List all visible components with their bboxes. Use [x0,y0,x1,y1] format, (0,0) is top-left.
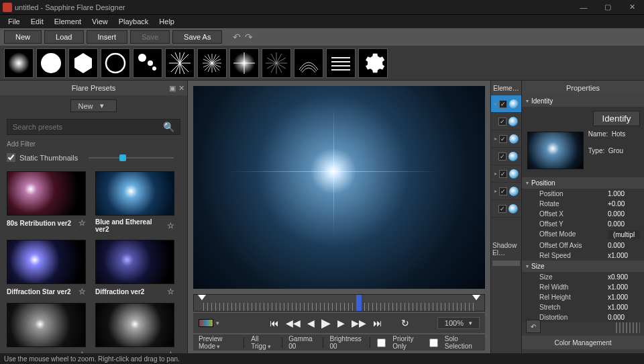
menu-element[interactable]: Element [49,16,87,27]
position-section-header[interactable]: ▾Position [522,177,644,189]
identify-button[interactable]: Identify [593,111,640,126]
property-value[interactable]: x1.000 [608,293,640,301]
property-value[interactable]: (multipl [608,230,640,239]
brightness-field[interactable]: Brightness 00 [330,335,364,350]
element-checkbox[interactable]: ✓ [499,135,507,143]
identity-section-header[interactable]: ▾Identity [522,95,644,107]
elem-starburst[interactable] [165,48,195,78]
menu-help[interactable]: Help [154,16,180,27]
property-row[interactable]: Offset Y0.000 [522,219,644,229]
elem-radial-soft[interactable] [4,48,34,78]
property-value[interactable]: 0.000 [608,210,640,218]
play-icon[interactable]: ▶ [321,316,331,330]
expand-icon[interactable]: ▸ [494,188,497,194]
static-thumbnails-checkbox[interactable] [7,153,15,162]
preset-item[interactable]: ☆ [7,303,86,353]
save-button[interactable]: Save [130,30,170,44]
element-row[interactable]: ▸✓ [491,165,521,183]
add-filter-label[interactable]: Add Filter [0,138,187,150]
property-value[interactable]: x1.000 [608,283,640,291]
step-back-icon[interactable]: ◀◀ [286,318,301,328]
preview-viewer[interactable] [193,86,485,289]
redo-icon[interactable]: ↷ [245,32,253,42]
menu-file[interactable]: File [3,16,25,27]
timeline-out-marker[interactable] [472,295,480,300]
color-management-bar[interactable]: Color Management [522,336,644,349]
panel-resize-grip[interactable] [616,322,640,333]
star-icon[interactable]: ☆ [78,350,86,353]
elem-ring[interactable] [101,48,130,78]
detach-icon[interactable]: ▣ [169,84,176,93]
elem-streak-horiz[interactable] [326,48,356,78]
elem-radial-hard[interactable] [36,48,66,78]
elem-sparkle[interactable] [197,48,227,78]
prev-frame-icon[interactable]: ◀ [307,318,315,328]
timeline-in-marker[interactable] [198,295,206,300]
element-checkbox[interactable]: ✓ [499,187,507,195]
elements-scrollbar[interactable] [492,261,520,266]
preset-item[interactable]: ☆ [95,303,174,353]
property-value[interactable]: 0.000 [608,242,640,249]
star-icon[interactable]: ☆ [167,287,174,296]
element-row[interactable]: ▸✓ [491,130,521,148]
elem-glint[interactable] [229,48,259,78]
trigger-dropdown[interactable]: All Trigg▾ [251,335,274,350]
star-icon[interactable]: ☆ [167,350,174,353]
property-row[interactable]: Offset Off Axis0.000 [522,240,644,251]
next-frame-icon[interactable]: ▶ [337,318,345,328]
property-value[interactable]: 0.000 [608,314,640,321]
property-row[interactable]: Rel Heightx1.000 [522,292,644,302]
go-end-icon[interactable]: ⏭ [373,318,382,328]
element-row[interactable]: ✓ [491,200,521,218]
chevron-down-icon[interactable]: ▾ [216,320,219,326]
elem-fan-spread[interactable] [294,48,323,78]
thumbnail-size-slider[interactable] [89,157,174,158]
expand-icon[interactable]: ▸ [494,136,497,142]
element-checkbox[interactable]: ✓ [499,170,507,178]
elem-rays[interactable] [262,48,291,78]
menu-edit[interactable]: Edit [25,16,49,27]
element-row[interactable]: ▸✓ [491,95,521,113]
insert-button[interactable]: Insert [87,30,128,44]
preset-item[interactable]: 80s Retribution ver2☆ [7,171,86,233]
expand-icon[interactable]: ▸ [494,101,497,107]
property-row[interactable]: Rotate+0.00 [522,199,644,209]
preset-item[interactable]: Diffraction ver2☆ [95,240,174,296]
menu-view[interactable]: View [87,16,113,27]
properties-undo-icon[interactable]: ↶ [526,320,541,333]
element-checkbox[interactable]: ✓ [499,100,507,108]
solo-selection-checkbox[interactable] [429,338,438,347]
star-icon[interactable]: ☆ [167,221,174,230]
element-row[interactable]: ✓ [491,148,521,165]
property-row[interactable]: Rel Speedx1.000 [522,251,644,261]
step-fwd-icon[interactable]: ▶▶ [352,318,366,328]
property-row[interactable]: Rel Widthx1.000 [522,282,644,292]
minimize-button[interactable]: — [572,0,596,15]
priority-only-checkbox[interactable] [377,338,386,347]
new-preset-dropdown[interactable]: New▾ [70,99,116,112]
property-value[interactable]: +0.00 [608,200,640,208]
menu-playback[interactable]: Playback [113,16,154,27]
property-row[interactable]: Offset Mode(multipl [522,229,644,240]
property-row[interactable]: Offset X0.000 [522,209,644,219]
timeline-playhead[interactable] [356,295,362,311]
preset-item[interactable]: Diffraction Star ver2☆ [7,240,86,296]
property-row[interactable]: Stretchx1.000 [522,302,644,312]
search-input[interactable] [13,123,163,131]
property-row[interactable]: Position1.000 [522,189,644,199]
property-value[interactable]: x0.900 [608,273,640,281]
timeline[interactable] [193,294,485,312]
new-button[interactable]: New [4,30,42,44]
close-button[interactable]: ✕ [620,0,644,15]
go-start-icon[interactable]: ⏮ [270,318,279,328]
search-presets[interactable]: 🔍 [7,119,180,135]
maximize-button[interactable]: ▢ [596,0,620,15]
property-value[interactable]: 0.000 [608,220,640,228]
star-icon[interactable]: ☆ [78,287,86,296]
close-panel-icon[interactable]: ✕ [178,84,184,93]
element-row[interactable]: ✓ [491,113,521,130]
name-value[interactable]: Hots [612,130,626,138]
save-as-button[interactable]: Save As [172,30,222,44]
elem-settings-gear[interactable] [358,48,388,78]
elem-multi-spot[interactable] [133,48,162,78]
